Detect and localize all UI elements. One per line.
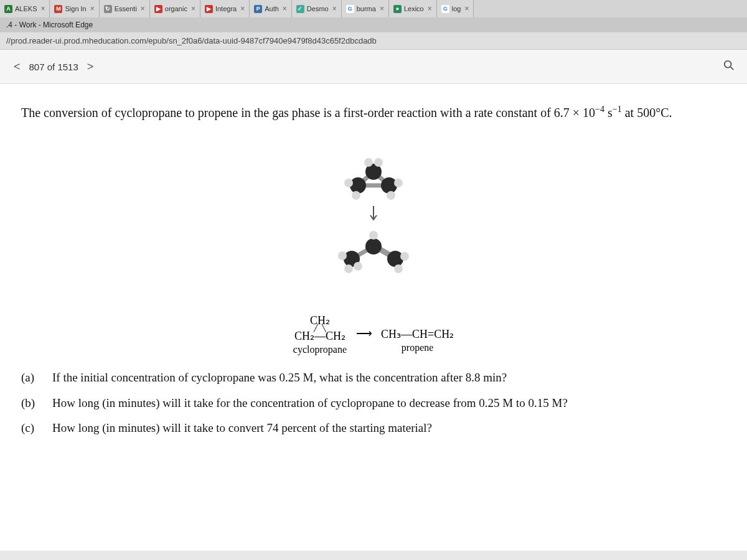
- q-a-label: (a): [21, 367, 40, 388]
- svg-point-24: [369, 231, 378, 240]
- molecule-svg: [293, 134, 454, 296]
- question-list: (a) If the initial concentration of cycl…: [21, 367, 726, 439]
- cyclo-bottom: CH₂—CH₂: [294, 330, 345, 343]
- svg-point-8: [364, 158, 373, 167]
- window-title: .4 - Work - Microsoft Edge: [0, 17, 747, 32]
- page-current: 807: [29, 62, 45, 72]
- page-counter: 807 of 1513: [29, 62, 78, 72]
- tab-favicon-icon: M: [54, 5, 62, 13]
- page-of: of: [47, 62, 55, 72]
- svg-point-21: [338, 251, 347, 260]
- svg-point-6: [350, 177, 366, 194]
- problem-statement: The conversion of cyclopropane to propen…: [21, 103, 726, 122]
- tab-close-icon[interactable]: ×: [283, 4, 287, 13]
- rate-unit: s: [604, 106, 613, 119]
- browser-tab[interactable]: ▶Integra×: [200, 0, 250, 17]
- q-c-text: How long (in minutes) will it take to co…: [52, 418, 432, 439]
- svg-point-20: [387, 251, 403, 267]
- page-navigation: < 807 of 1513 >: [0, 50, 747, 84]
- tab-label: organic: [165, 5, 187, 12]
- browser-tab[interactable]: ●Lexico×: [389, 0, 437, 17]
- propene-formula: CH₃—CH=CH₂: [381, 329, 454, 341]
- browser-tabs: AALEKS×MSign In×↻Essenti×▶organic×▶Integ…: [0, 0, 747, 17]
- svg-point-13: [387, 191, 395, 200]
- reaction-arrow-icon: ⟶: [356, 327, 372, 340]
- tab-favicon-icon: G: [441, 5, 449, 13]
- tab-favicon-icon: ▶: [205, 5, 213, 13]
- browser-tab[interactable]: ↻Essenti×: [100, 0, 150, 17]
- molecule-diagram: [21, 134, 726, 296]
- svg-line-1: [731, 67, 734, 70]
- propene-structure: CH₃—CH=CH₂ propene: [381, 316, 454, 353]
- search-icon: [723, 60, 735, 71]
- browser-tab[interactable]: Glog×: [437, 0, 474, 17]
- problem-suffix: at 500°C.: [622, 106, 672, 119]
- tab-close-icon[interactable]: ×: [141, 4, 145, 13]
- browser-tab[interactable]: Gburma×: [342, 0, 389, 17]
- url-bar[interactable]: //prod.reader-ui.prod.mheducation.com/ep…: [0, 32, 747, 50]
- svg-point-26: [394, 264, 403, 273]
- question-c: (c) How long (in minutes) will it take t…: [21, 418, 726, 439]
- tab-label: Integra: [215, 5, 237, 12]
- prev-page-button[interactable]: <: [9, 59, 26, 75]
- tab-favicon-icon: G: [346, 5, 354, 13]
- tab-favicon-icon: P: [254, 5, 262, 13]
- svg-point-12: [394, 179, 403, 187]
- tab-label: Desmo: [307, 5, 329, 12]
- svg-point-11: [352, 191, 360, 200]
- tab-label: Lexico: [404, 5, 424, 12]
- svg-point-19: [365, 238, 382, 254]
- svg-point-22: [344, 264, 353, 273]
- tab-close-icon[interactable]: ×: [464, 4, 469, 13]
- tab-label: log: [452, 5, 461, 12]
- browser-tab[interactable]: ✓Desmo×: [292, 0, 342, 17]
- page-total: 1513: [57, 62, 78, 72]
- tab-favicon-icon: ▶: [154, 5, 162, 13]
- browser-tab[interactable]: ▶organic×: [150, 0, 200, 17]
- tab-favicon-icon: ✓: [296, 5, 304, 13]
- rate-constant: 6.7 × 10: [554, 106, 595, 119]
- q-c-label: (c): [21, 418, 40, 439]
- tab-label: Auth: [265, 5, 279, 12]
- tab-label: ALEKS: [15, 5, 37, 12]
- tab-label: Essenti: [115, 5, 137, 12]
- question-b: (b) How long (in minutes) will it take f…: [21, 393, 726, 414]
- tab-favicon-icon: ●: [393, 5, 402, 13]
- page-content: The conversion of cyclopropane to propen…: [0, 84, 747, 551]
- rate-unit-exp: −1: [613, 105, 622, 114]
- tab-label: burma: [357, 5, 376, 12]
- tab-close-icon[interactable]: ×: [240, 4, 245, 13]
- question-a: (a) If the initial concentration of cycl…: [21, 367, 726, 388]
- chemical-equation: CH₂ ╱ ╲ CH₂—CH₂ cyclopropane ⟶ CH₃—CH=CH…: [21, 315, 726, 355]
- svg-point-0: [725, 61, 731, 68]
- tab-close-icon[interactable]: ×: [380, 4, 384, 13]
- tab-close-icon[interactable]: ×: [332, 4, 337, 13]
- rate-exp: −4: [595, 105, 604, 114]
- q-b-text: How long (in minutes) will it take for t…: [52, 393, 568, 414]
- svg-point-10: [344, 179, 353, 187]
- tab-close-icon[interactable]: ×: [90, 4, 95, 13]
- q-b-label: (b): [21, 393, 40, 414]
- svg-point-9: [374, 158, 383, 167]
- tab-close-icon[interactable]: ×: [40, 4, 45, 13]
- problem-prefix: The conversion of cyclopropane to propen…: [21, 106, 554, 119]
- tab-close-icon[interactable]: ×: [191, 4, 195, 13]
- cyclopropane-structure: CH₂ ╱ ╲ CH₂—CH₂ cyclopropane: [293, 315, 347, 355]
- tab-label: Sign In: [65, 5, 86, 12]
- svg-point-23: [354, 262, 362, 271]
- svg-point-7: [381, 177, 397, 194]
- q-a-text: If the initial concentration of cyclopro…: [52, 367, 507, 388]
- next-page-button[interactable]: >: [82, 59, 99, 75]
- tab-close-icon[interactable]: ×: [428, 4, 432, 13]
- browser-tab[interactable]: PAuth×: [250, 0, 292, 17]
- tab-favicon-icon: A: [4, 5, 12, 13]
- search-button[interactable]: [720, 56, 738, 77]
- browser-tab[interactable]: AALEKS×: [0, 0, 50, 17]
- tab-favicon-icon: ↻: [104, 5, 112, 13]
- svg-point-25: [400, 252, 409, 261]
- propene-label: propene: [402, 342, 434, 353]
- cyclo-label: cyclopropane: [293, 344, 347, 355]
- browser-tab[interactable]: MSign In×: [50, 0, 99, 17]
